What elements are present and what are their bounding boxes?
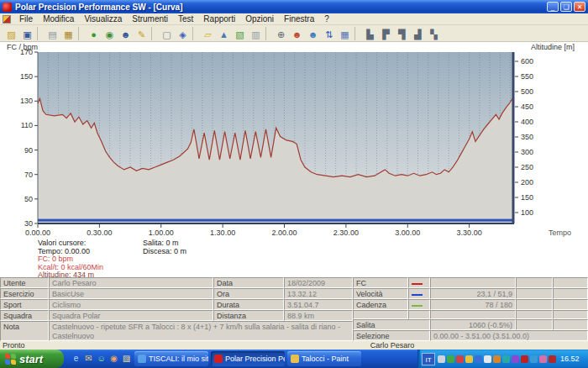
chart-report-5-icon[interactable]: ▚: [427, 27, 441, 40]
menubar: FileModificaVisualizzaStrumentiTestRappo…: [0, 13, 588, 25]
new-window-icon[interactable]: ▢: [160, 27, 174, 40]
transfer-icon[interactable]: ⇅: [322, 27, 336, 40]
tray-icon-5[interactable]: [475, 355, 482, 363]
menu-file[interactable]: File: [14, 13, 38, 24]
axis-tick-label: 50: [24, 195, 33, 203]
athlete-blue-icon[interactable]: ☻: [306, 27, 320, 40]
tray-icon-6[interactable]: [484, 355, 491, 363]
status-text: Pronto: [3, 341, 25, 350]
print-icon[interactable]: ▤: [45, 27, 60, 40]
axis-tick-label: 1.00.00: [149, 229, 174, 237]
x-axis-title: Tempo: [549, 229, 571, 237]
task-polar-icon: [214, 355, 223, 363]
menu-strumenti[interactable]: Strumenti: [127, 13, 173, 24]
save-icon[interactable]: ▣: [20, 27, 34, 40]
start-label: start: [19, 353, 43, 365]
task-polar[interactable]: Polar Precision Perfor...: [211, 351, 285, 366]
maximize-button[interactable]: ❏: [560, 2, 572, 12]
table-cell: [516, 310, 553, 319]
table-cell: [516, 299, 553, 310]
record-exercise-icon[interactable]: ●: [87, 27, 101, 40]
tray-icon-8[interactable]: [502, 355, 510, 363]
window-title: Polar Precision Performance SW - [Curva]: [15, 3, 183, 12]
axis-tick-label: 350: [521, 133, 533, 141]
close-button[interactable]: ✕: [574, 2, 585, 12]
athlete-red-icon[interactable]: ☻: [290, 27, 304, 40]
task-browser[interactable]: TISCALI: il mio sito, i...: [134, 351, 208, 366]
menu-rapporti[interactable]: Rapporti: [198, 13, 240, 24]
tray-icon-12[interactable]: [539, 355, 547, 363]
chart-report-3-icon[interactable]: ▜: [395, 27, 409, 40]
axis-tick-label: 300: [521, 148, 533, 156]
legend-color-cell: [408, 277, 430, 288]
taskbar: start e✉☺◉▨▢ TISCALI: il mio sito, i...P…: [0, 350, 588, 368]
open-icon[interactable]: ▨: [4, 27, 18, 40]
menu-finestra[interactable]: Finestra: [279, 13, 319, 24]
minimize-button[interactable]: _: [547, 2, 559, 12]
copy-icon[interactable]: ▦: [61, 27, 76, 40]
axis-tick-label: 150: [521, 193, 533, 202]
zoom-icon[interactable]: ⊕: [274, 27, 288, 40]
nota-value: Castelnuovo - ripetute SFR a Talocci : 8…: [49, 321, 353, 341]
media-icon[interactable]: ◉: [108, 351, 119, 365]
menu-test[interactable]: Test: [173, 13, 198, 24]
tray-icon-2[interactable]: [447, 355, 454, 363]
axis-tick-label: 550: [521, 72, 533, 81]
tray-icon-7[interactable]: [493, 355, 501, 363]
taskbar-clock[interactable]: 16.52: [560, 355, 580, 363]
curve-folder-icon[interactable]: ▱: [201, 27, 215, 40]
globe-icon[interactable]: ◈: [176, 27, 190, 40]
axis-tick-label: 110: [21, 121, 33, 129]
axis-tick-label: 500: [521, 87, 533, 96]
table-label: Squadra: [0, 310, 49, 321]
mail-icon[interactable]: ✉: [83, 351, 94, 365]
menu-visualizza[interactable]: Visualizza: [79, 13, 127, 24]
table-label-selezione: Selezione: [353, 330, 430, 341]
tray-icon-4[interactable]: [465, 355, 473, 363]
table-label: Durata: [213, 299, 284, 310]
tray-icon-9[interactable]: [512, 355, 519, 363]
task-button-label: TISCALI: il mio sito, i...: [149, 355, 208, 363]
legend-value: 23,1 / 51,9: [430, 288, 516, 299]
chart-report-4-icon[interactable]: ▟: [411, 27, 425, 40]
cursor-discesa: Discesa: 0 m: [143, 248, 186, 256]
folder-icon[interactable]: ▨: [121, 351, 132, 365]
chart-report-2-icon[interactable]: ▛: [379, 27, 393, 40]
ie-icon[interactable]: e: [71, 351, 81, 365]
task-paint[interactable]: Talocci - Paint: [287, 351, 361, 366]
app-window: Polar Precision Performance SW - [Curva]…: [0, 0, 588, 368]
calendar-icon[interactable]: ▦: [338, 27, 352, 40]
toolbar-separator: [37, 27, 42, 40]
chart-report-1-icon[interactable]: ▙: [363, 27, 377, 40]
table-cell: [408, 310, 430, 319]
altitude-curve-icon[interactable]: ▲: [217, 27, 231, 40]
axis-tick-label: 30: [24, 219, 33, 228]
quick-launch-bar: e✉☺◉▨▢: [71, 351, 144, 365]
toolbar-separator: [265, 27, 270, 40]
menu-opzioni[interactable]: Opzioni: [240, 13, 279, 24]
axis-tick-label: 450: [521, 103, 533, 111]
messenger-icon[interactable]: ☺: [96, 351, 107, 365]
tray-icon-13[interactable]: [549, 355, 556, 363]
report-list-icon[interactable]: ▥: [249, 27, 263, 40]
tray-icon-3[interactable]: [456, 355, 464, 363]
menu-?[interactable]: ?: [319, 13, 334, 24]
daily-info-icon[interactable]: ◉: [102, 27, 117, 40]
tray-icon-10[interactable]: [521, 355, 528, 363]
legend-value: 78 / 180: [430, 299, 516, 310]
start-button[interactable]: start: [0, 350, 64, 368]
menu-modifica[interactable]: Modifica: [38, 13, 79, 24]
picture-icon[interactable]: ▧: [233, 27, 247, 40]
tray-icon-11[interactable]: [530, 355, 538, 363]
table-label: Utente: [0, 277, 49, 288]
toolbar-separator: [354, 27, 360, 40]
task-button-label: Polar Precision Perfor...: [225, 355, 285, 363]
cursor-values-panel: Valori cursore: Tempo: 0.00.00 FC: 0 bpm…: [0, 238, 588, 277]
toolbar-separator: [151, 27, 156, 40]
curve-chart[interactable]: 1701501301109070503060055050045040035030…: [0, 42, 588, 238]
wand-icon[interactable]: ✎: [134, 27, 149, 40]
person-info-icon[interactable]: ☻: [118, 27, 133, 40]
table-cell: [553, 277, 588, 288]
tray-icon-1[interactable]: [438, 355, 445, 363]
language-indicator[interactable]: IT: [422, 353, 435, 365]
